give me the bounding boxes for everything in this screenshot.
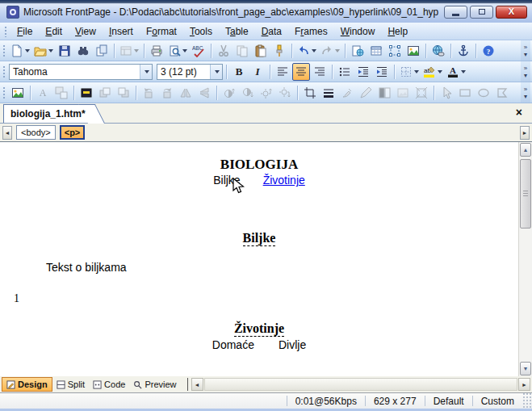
tab-design[interactable]: Design (2, 377, 52, 392)
format-painter-button[interactable] (270, 42, 288, 60)
color-button[interactable] (375, 84, 393, 102)
hyperlink-button[interactable] (429, 42, 447, 60)
less-brightness-button[interactable] (276, 84, 294, 102)
toolbar-grip[interactable] (2, 44, 6, 58)
resize-grip[interactable] (522, 393, 532, 409)
washout-button[interactable] (394, 84, 412, 102)
less-contrast-button[interactable] (239, 84, 257, 102)
menu-frames[interactable]: Frames (289, 24, 333, 39)
animals-bookmark-heading[interactable]: Životinje (234, 321, 284, 337)
select-button[interactable] (438, 84, 455, 102)
flip-horizontal-button[interactable] (177, 84, 195, 102)
tag-body-button[interactable]: <body> (16, 125, 56, 140)
toolbar-grip[interactable] (2, 65, 6, 79)
text-button[interactable]: A (34, 84, 52, 102)
menu-insert[interactable]: Insert (103, 24, 139, 39)
align-left-button[interactable] (274, 63, 291, 81)
hscroll-right-button[interactable]: ► (518, 378, 530, 391)
copy-button[interactable] (233, 42, 251, 60)
menu-view[interactable]: View (69, 24, 102, 39)
cut-button[interactable] (215, 42, 232, 60)
more-contrast-button[interactable] (220, 84, 238, 102)
vertical-scrollbar[interactable]: ▲ ▼ (518, 142, 532, 376)
toolbar-options-button[interactable]: »▾ (521, 82, 530, 103)
font-name-combo[interactable]: Tahoma (9, 64, 153, 80)
auto-thumbnail-button[interactable] (52, 84, 70, 102)
undo-button[interactable] (295, 42, 318, 60)
scrollbar-track[interactable] (520, 157, 531, 361)
tag-scroll-left-button[interactable]: ◄ (2, 126, 12, 140)
close-button[interactable]: X (496, 6, 527, 19)
align-center-button[interactable] (292, 63, 310, 81)
plants-paragraph[interactable]: Tekst o biljkama (0, 261, 518, 274)
insert-picture-button[interactable] (404, 42, 422, 60)
insert-picture-file-button[interactable] (9, 84, 27, 102)
preview-button[interactable] (166, 42, 189, 60)
position-absolutely-button[interactable] (77, 84, 95, 102)
format-picture-button[interactable] (338, 84, 356, 102)
font-color-button[interactable]: A (445, 63, 467, 81)
combo-arrow-icon[interactable] (210, 65, 222, 79)
spelling-button[interactable]: ABC (190, 42, 207, 60)
borders-button[interactable] (398, 63, 421, 81)
wild-text[interactable]: Divlje (279, 338, 306, 351)
toggle-pane-button[interactable] (118, 42, 140, 60)
insert-table-button[interactable] (367, 42, 385, 60)
italic-button[interactable]: I (249, 63, 266, 81)
bullets-button[interactable] (336, 63, 354, 81)
bring-forward-button[interactable] (96, 84, 114, 102)
tag-p-button[interactable]: <p> (60, 125, 86, 140)
scroll-down-button[interactable]: ▼ (520, 362, 531, 375)
toolbar-grip[interactable] (2, 86, 6, 100)
horizontal-scrollbar[interactable] (204, 378, 517, 391)
toolbar-options-button[interactable]: »▾ (521, 40, 530, 61)
send-backward-button[interactable] (115, 84, 132, 102)
animals-hyperlink[interactable]: Životinje (263, 174, 305, 187)
tab-biologija[interactable]: biologija_1.htm* (3, 104, 90, 123)
minimize-button[interactable] (444, 6, 467, 19)
pencil-button[interactable] (357, 84, 375, 102)
page-canvas[interactable]: BIOLOGIJA BiljkeŽivotinje Biljke Tekst o… (0, 142, 518, 376)
scroll-up-button[interactable]: ▲ (520, 143, 531, 157)
bookmark-button[interactable] (455, 42, 472, 60)
save-button[interactable] (56, 42, 73, 60)
combo-arrow-icon[interactable] (140, 65, 152, 79)
line-style-button[interactable] (320, 84, 337, 102)
flip-vertical-button[interactable] (195, 84, 213, 102)
align-right-button[interactable] (311, 63, 329, 81)
web-component-button[interactable] (349, 42, 367, 60)
print-button[interactable] (148, 42, 165, 60)
toolbar-options-button[interactable]: »▾ (521, 61, 530, 82)
insert-layer-button[interactable] (386, 42, 404, 60)
open-button[interactable] (32, 42, 55, 60)
menu-format[interactable]: Format (140, 24, 182, 39)
menu-tools[interactable]: Tools (184, 24, 218, 39)
tab-preview[interactable]: Preview (129, 377, 180, 392)
rotate-left-button[interactable] (140, 84, 157, 102)
menu-data[interactable]: Data (256, 24, 287, 39)
scrollbar-thumb[interactable] (520, 159, 531, 229)
hscroll-left-button[interactable]: ◄ (191, 378, 203, 391)
maximize-button[interactable] (470, 6, 493, 19)
menu-edit[interactable]: Edit (40, 24, 68, 39)
close-page-icon[interactable]: × (516, 107, 522, 118)
increase-indent-button[interactable] (373, 63, 391, 81)
menu-window[interactable]: Window (335, 24, 381, 39)
rectangle-button[interactable] (456, 84, 474, 102)
tab-split[interactable]: Split (52, 377, 89, 392)
font-size-combo[interactable]: 3 (12 pt) (157, 64, 223, 80)
highlight-button[interactable]: ab (421, 63, 444, 81)
rotate-right-button[interactable] (158, 84, 176, 102)
domestic-text[interactable]: Domaće (212, 338, 254, 351)
toolbar-grip[interactable] (3, 25, 7, 37)
bold-button[interactable]: B (230, 63, 248, 81)
frontpage-app-icon[interactable] (6, 6, 19, 19)
find-button[interactable] (74, 42, 92, 60)
help-button[interactable]: ? (480, 42, 497, 60)
menu-file[interactable]: File (11, 24, 38, 39)
number-paragraph[interactable]: 1 (0, 292, 518, 305)
paste-button[interactable] (252, 42, 270, 60)
polygon-button[interactable] (493, 84, 511, 102)
menu-help[interactable]: Help (382, 24, 413, 39)
decrease-indent-button[interactable] (354, 63, 372, 81)
